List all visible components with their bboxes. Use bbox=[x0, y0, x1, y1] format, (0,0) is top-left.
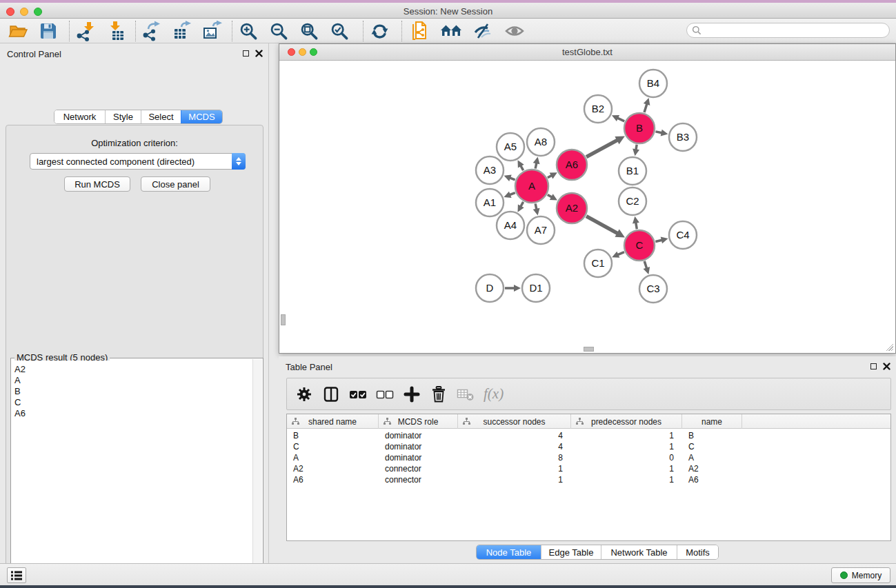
table-cell[interactable]: A bbox=[688, 452, 742, 463]
table-cell[interactable]: 1 bbox=[458, 474, 563, 485]
table-cell[interactable]: B bbox=[293, 430, 379, 441]
memory-button[interactable]: Memory bbox=[831, 567, 890, 583]
close-panel-button[interactable]: Close panel bbox=[141, 176, 210, 192]
refresh-view-button[interactable] bbox=[367, 20, 392, 42]
table-cell[interactable]: 8 bbox=[458, 452, 563, 463]
table-cell[interactable]: 0 bbox=[571, 452, 674, 463]
table-cell[interactable]: 1 bbox=[571, 474, 674, 485]
tab-edge-table[interactable]: Edge Table bbox=[541, 545, 601, 559]
table-cell[interactable]: 4 bbox=[458, 441, 563, 452]
table-cell[interactable]: A6 bbox=[293, 474, 379, 485]
tab-style[interactable]: Style bbox=[105, 110, 141, 123]
column-header-successor-nodes[interactable]: successor nodes bbox=[458, 414, 571, 429]
float-panel-icon[interactable] bbox=[870, 363, 877, 369]
zoom-out-button[interactable] bbox=[266, 20, 291, 42]
tab-network[interactable]: Network bbox=[54, 110, 105, 123]
table-cell[interactable]: dominator bbox=[385, 430, 458, 441]
mcds-result-item[interactable]: A6 bbox=[12, 408, 252, 419]
resize-grip-icon[interactable] bbox=[884, 342, 893, 351]
new-network-from-selection-button[interactable] bbox=[407, 20, 432, 42]
tab-node-table[interactable]: Node Table bbox=[477, 545, 541, 559]
graph-edge-C-C1[interactable] bbox=[617, 252, 624, 255]
tab-mcds[interactable]: MCDS bbox=[181, 110, 222, 123]
graph-edge-A-A2[interactable] bbox=[548, 195, 552, 197]
column-header-MCDS-role[interactable]: MCDS role bbox=[379, 414, 458, 429]
graph-edge-A-A7[interactable] bbox=[535, 203, 537, 209]
graph-edge-A-A1[interactable] bbox=[510, 193, 515, 195]
export-image-button[interactable] bbox=[200, 20, 225, 42]
graph-edge-B-B2[interactable] bbox=[617, 118, 624, 121]
canvas-horizontal-scrollbar[interactable] bbox=[584, 347, 594, 352]
optimization-select[interactable]: largest connected component (directed) bbox=[30, 153, 246, 170]
show-all-button[interactable] bbox=[502, 20, 527, 42]
save-session-button[interactable] bbox=[36, 20, 61, 42]
open-file-button[interactable] bbox=[6, 20, 30, 42]
export-network-button[interactable] bbox=[139, 20, 164, 42]
zoom-in-button[interactable] bbox=[236, 20, 261, 42]
graph-edge-A-A8[interactable] bbox=[535, 163, 537, 168]
run-mcds-button[interactable]: Run MCDS bbox=[64, 176, 130, 192]
table-cell[interactable]: connector bbox=[385, 474, 458, 485]
mcds-result-item[interactable]: B bbox=[12, 386, 252, 397]
table-cell[interactable]: dominator bbox=[385, 452, 458, 463]
graph-edge-C-C3[interactable] bbox=[644, 261, 646, 269]
table-row-B[interactable]: Bdominator41B bbox=[287, 430, 890, 441]
task-history-button[interactable] bbox=[7, 567, 26, 583]
mcds-list-scrollbar[interactable] bbox=[252, 359, 262, 588]
close-panel-icon[interactable] bbox=[883, 363, 890, 370]
table-row-A6[interactable]: A6connector11A6 bbox=[287, 474, 890, 485]
mcds-result-item[interactable]: A bbox=[12, 375, 252, 386]
table-cell[interactable]: A2 bbox=[293, 463, 379, 474]
graph-edge-A-A3[interactable] bbox=[510, 178, 515, 180]
hide-selected-button[interactable] bbox=[470, 20, 495, 42]
mcds-result-item[interactable]: C bbox=[12, 397, 252, 408]
table-cell[interactable]: 4 bbox=[458, 430, 563, 441]
add-column-button[interactable] bbox=[401, 383, 422, 406]
unselect-all-button[interactable] bbox=[375, 383, 395, 406]
mcds-result-item[interactable]: A2 bbox=[12, 364, 252, 375]
table-cell[interactable]: B bbox=[688, 430, 742, 441]
table-cell[interactable]: A6 bbox=[688, 474, 742, 485]
export-table-button[interactable] bbox=[170, 20, 195, 42]
table-cell[interactable]: dominator bbox=[385, 441, 458, 452]
graph-edge-B-B4[interactable] bbox=[644, 104, 647, 112]
search-field[interactable] bbox=[686, 23, 890, 38]
tab-network-table[interactable]: Network Table bbox=[601, 545, 677, 559]
tab-motifs[interactable]: Motifs bbox=[677, 545, 718, 559]
table-settings-button[interactable] bbox=[294, 383, 315, 406]
network-graph[interactable]: AA1A2A3A4A5A6A7A8BB1B2B3B4CC1C2C3C4DD1 bbox=[280, 61, 896, 354]
delete-button[interactable] bbox=[428, 383, 449, 406]
graph-edge-C-C2[interactable] bbox=[636, 223, 637, 230]
network-canvas[interactable]: AA1A2A3A4A5A6A7A8BB1B2B3B4CC1C2C3C4DD1 bbox=[280, 61, 895, 352]
column-header-predecessor-nodes[interactable]: predecessor nodes bbox=[571, 414, 682, 429]
float-panel-icon[interactable] bbox=[243, 50, 249, 57]
zoom-selected-button[interactable] bbox=[327, 20, 352, 42]
close-panel-icon[interactable] bbox=[255, 50, 263, 57]
table-row-A[interactable]: Adominator80A bbox=[287, 452, 890, 463]
column-header-name[interactable]: name bbox=[682, 414, 742, 429]
graph-edge-A6-B[interactable] bbox=[586, 140, 617, 156]
graph-edge-A-A5[interactable] bbox=[521, 165, 524, 170]
table-row-A2[interactable]: A2connector11A2 bbox=[287, 463, 890, 474]
graph-edge-B-B3[interactable] bbox=[656, 132, 662, 133]
table-cell[interactable]: connector bbox=[385, 463, 458, 474]
network-window-titlebar[interactable]: testGlobe.txt bbox=[279, 44, 895, 61]
graph-edge-A-A6[interactable] bbox=[548, 176, 552, 178]
table-cell[interactable]: 1 bbox=[458, 463, 563, 474]
table-cell[interactable]: A2 bbox=[688, 463, 742, 474]
table-cell[interactable]: C bbox=[688, 441, 742, 452]
zoom-fit-button[interactable] bbox=[297, 20, 321, 42]
show-columns-button[interactable] bbox=[321, 383, 341, 406]
function-builder-icon[interactable]: f(x) bbox=[484, 385, 504, 403]
mcds-result-list[interactable]: A2ABCA6 bbox=[12, 361, 252, 588]
search-input[interactable] bbox=[701, 24, 889, 37]
column-header-shared-name[interactable]: shared name bbox=[287, 414, 379, 429]
graph-edge-C-C4[interactable] bbox=[655, 240, 661, 241]
import-network-button[interactable] bbox=[73, 20, 98, 42]
node-table[interactable]: shared nameMCDS rolesuccessor nodesprede… bbox=[286, 414, 891, 541]
table-cell[interactable]: A bbox=[293, 452, 379, 463]
select-all-button[interactable] bbox=[348, 383, 368, 406]
graph-edge-B-B1[interactable] bbox=[636, 145, 637, 150]
canvas-vertical-scrollbar[interactable] bbox=[281, 314, 286, 325]
graph-edge-A2-C[interactable] bbox=[586, 216, 617, 234]
